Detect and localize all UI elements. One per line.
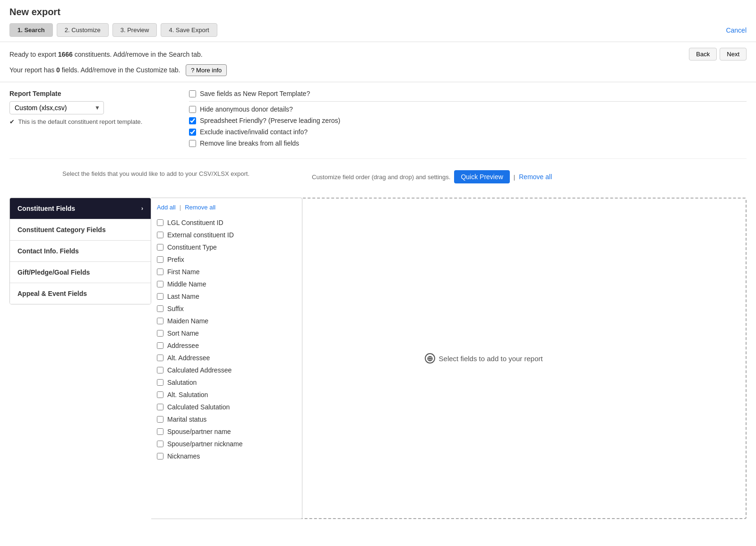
save-template-label: Save fields as New Report Template?: [200, 90, 310, 97]
cancel-link[interactable]: Cancel: [726, 26, 747, 34]
field-alt-salutation[interactable]: Alt. Salutation: [157, 389, 296, 401]
field-nicknames[interactable]: Nicknames: [157, 450, 296, 462]
save-template-checkbox[interactable]: [189, 90, 196, 97]
field-maiden-name-checkbox[interactable]: [157, 318, 163, 324]
field-category-nav: Constituent Fields › Constituent Categor…: [9, 198, 151, 304]
remove-line-breaks-checkbox[interactable]: [189, 140, 196, 147]
add-all-link[interactable]: Add all: [157, 204, 176, 211]
template-select[interactable]: Custom (xlsx,csv): [9, 101, 104, 114]
field-spouse-name[interactable]: Spouse/partner name: [157, 425, 296, 438]
nav-appeal-fields[interactable]: Appeal & Event Fields: [10, 283, 151, 304]
step-customize[interactable]: 2. Customize: [57, 23, 109, 37]
page-title: New export: [9, 7, 747, 17]
field-prefix[interactable]: Prefix: [157, 253, 296, 266]
pipe-separator: |: [514, 173, 515, 181]
field-sort-name[interactable]: Sort Name: [157, 327, 296, 339]
field-nicknames-checkbox[interactable]: [157, 453, 163, 459]
spreadsheet-friendly-checkbox[interactable]: [189, 117, 196, 124]
nav-constituent-fields[interactable]: Constituent Fields ›: [10, 198, 151, 219]
field-marital-status-label: Marital status: [167, 416, 206, 423]
field-spouse-nickname[interactable]: Spouse/partner nickname: [157, 438, 296, 450]
field-middle-name-checkbox[interactable]: [157, 281, 163, 287]
field-type-checkbox[interactable]: [157, 244, 163, 251]
field-prefix-checkbox[interactable]: [157, 256, 163, 263]
nav-category-fields[interactable]: Constituent Category Fields: [10, 219, 151, 241]
field-addressee[interactable]: Addressee: [157, 339, 296, 352]
field-calc-salutation-checkbox[interactable]: [157, 404, 163, 410]
nav-arrow-icon: ›: [141, 205, 143, 212]
hide-anonymous-checkbox[interactable]: [189, 106, 196, 113]
field-sort-name-checkbox[interactable]: [157, 330, 163, 337]
field-ext-id-checkbox[interactable]: [157, 232, 163, 238]
field-salutation[interactable]: Salutation: [157, 376, 296, 389]
field-lgl-id-label: LGL Constituent ID: [167, 219, 223, 226]
fields-count-text: Your report has 0 fields. Add/remove in …: [9, 64, 227, 76]
step-save[interactable]: 4. Save Export: [161, 23, 217, 37]
field-lgl-id-checkbox[interactable]: [157, 219, 163, 226]
fields-hint-right: Customize field order (drag and drop) an…: [312, 170, 747, 183]
field-spouse-nickname-checkbox[interactable]: [157, 441, 163, 447]
field-first-name-label: First Name: [167, 268, 199, 276]
back-button[interactable]: Back: [689, 48, 717, 61]
field-prefix-label: Prefix: [167, 256, 184, 263]
field-type[interactable]: Constituent Type: [157, 241, 296, 253]
field-maiden-name[interactable]: Maiden Name: [157, 315, 296, 327]
preview-placeholder: ⊕ Select fields to add to your report: [425, 353, 543, 364]
field-first-name-checkbox[interactable]: [157, 269, 163, 275]
field-calc-addressee[interactable]: Calculated Addressee: [157, 364, 296, 376]
field-suffix-label: Suffix: [167, 305, 184, 312]
field-first-name[interactable]: First Name: [157, 266, 296, 278]
field-maiden-name-label: Maiden Name: [167, 317, 208, 325]
field-alt-salutation-checkbox[interactable]: [157, 391, 163, 398]
field-suffix-checkbox[interactable]: [157, 305, 163, 312]
field-middle-name-label: Middle Name: [167, 280, 206, 288]
export-count-text: Ready to export 1666 constituents. Add/r…: [9, 51, 203, 58]
fields-hint-left: Select the fields that you would like to…: [9, 170, 302, 177]
field-spouse-name-label: Spouse/partner name: [167, 428, 231, 435]
field-addressee-label: Addressee: [167, 342, 199, 349]
next-button[interactable]: Next: [720, 48, 747, 61]
field-addressee-checkbox[interactable]: [157, 342, 163, 349]
field-lgl-id[interactable]: LGL Constituent ID: [157, 217, 296, 229]
field-calc-addressee-checkbox[interactable]: [157, 367, 163, 373]
hide-anonymous-label: Hide anonymous donor details?: [200, 105, 293, 113]
step-preview[interactable]: 3. Preview: [112, 23, 157, 37]
field-suffix[interactable]: Suffix: [157, 303, 296, 315]
remove-line-breaks-label: Remove line breaks from all fields: [200, 139, 299, 147]
field-ext-id[interactable]: External constituent ID: [157, 229, 296, 241]
step-search[interactable]: 1. Search: [9, 23, 53, 37]
field-calc-salutation-label: Calculated Salutation: [167, 403, 230, 411]
plus-circle-icon: ⊕: [425, 353, 435, 364]
field-alt-addressee-checkbox[interactable]: [157, 355, 163, 361]
field-calc-salutation[interactable]: Calculated Salutation: [157, 401, 296, 413]
field-nicknames-label: Nicknames: [167, 452, 200, 460]
field-middle-name[interactable]: Middle Name: [157, 278, 296, 290]
preview-placeholder-text: Select fields to add to your report: [439, 355, 543, 363]
field-spouse-name-checkbox[interactable]: [157, 428, 163, 435]
field-alt-salutation-label: Alt. Salutation: [167, 391, 208, 399]
report-template-label: Report Template: [9, 90, 161, 97]
spreadsheet-friendly-label: Spreadsheet Friendly? (Preserve leading …: [200, 117, 340, 124]
more-info-button[interactable]: ? More info: [186, 64, 227, 76]
field-ext-id-label: External constituent ID: [167, 231, 234, 239]
nav-contact-fields[interactable]: Contact Info. Fields: [10, 241, 151, 262]
field-last-name[interactable]: Last Name: [157, 290, 296, 303]
exclude-inactive-label: Exclude inactive/invalid contact info?: [200, 128, 308, 136]
field-last-name-label: Last Name: [167, 293, 199, 300]
nav-gift-fields[interactable]: Gift/Pledge/Goal Fields: [10, 262, 151, 283]
remove-all-right-link[interactable]: Remove all: [519, 173, 552, 181]
field-salutation-label: Salutation: [167, 379, 197, 386]
default-template-note: ✔ This is the default constituent report…: [9, 118, 161, 125]
field-last-name-checkbox[interactable]: [157, 293, 163, 300]
field-marital-status[interactable]: Marital status: [157, 413, 296, 425]
field-calc-addressee-label: Calculated Addressee: [167, 366, 232, 374]
field-alt-addressee[interactable]: Alt. Addressee: [157, 352, 296, 364]
steps-nav: 1. Search 2. Customize 3. Preview 4. Sav…: [9, 23, 217, 37]
field-type-label: Constituent Type: [167, 243, 217, 251]
quick-preview-button[interactable]: Quick Preview: [454, 170, 509, 183]
red-arrow-icon: [151, 363, 155, 377]
exclude-inactive-checkbox[interactable]: [189, 129, 196, 136]
remove-all-fields-link[interactable]: Remove all: [185, 204, 215, 211]
field-salutation-checkbox[interactable]: [157, 379, 163, 386]
field-marital-status-checkbox[interactable]: [157, 416, 163, 423]
